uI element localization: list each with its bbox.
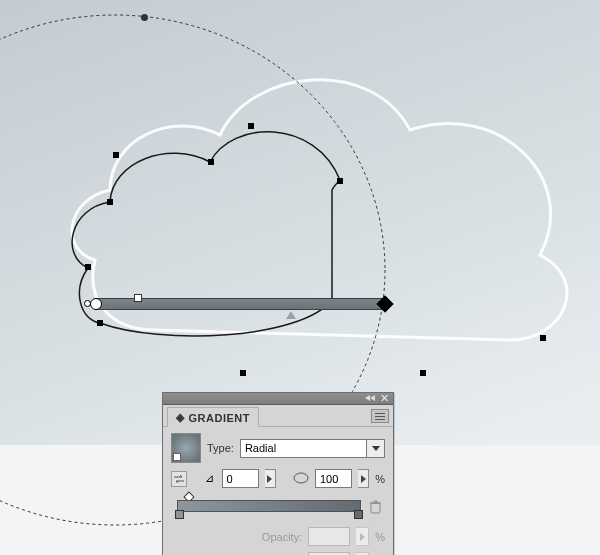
- angle-value: 0: [227, 473, 233, 485]
- gradient-panel: ✕ ◈ GRADIENT Type: Radial ⊿: [162, 392, 394, 555]
- gradient-fill-swatch[interactable]: [171, 433, 201, 463]
- angle-input[interactable]: 0: [222, 469, 259, 488]
- aspect-ratio-input[interactable]: 100: [315, 469, 352, 488]
- tab-gradient[interactable]: ◈ GRADIENT: [167, 407, 259, 427]
- opacity-stepper: [356, 527, 369, 546]
- anchor-point[interactable]: [208, 159, 214, 165]
- gradient-ramp[interactable]: [171, 494, 385, 512]
- gradient-tab-icon: ◈: [176, 411, 185, 424]
- anchor-point[interactable]: [84, 300, 91, 307]
- panel-menu-button[interactable]: [371, 409, 389, 423]
- anchor-point[interactable]: [107, 199, 113, 205]
- anchor-point[interactable]: [113, 152, 119, 158]
- anchor-point[interactable]: [337, 178, 343, 184]
- anchor-point[interactable]: [540, 335, 546, 341]
- panel-tab-strip: ◈ GRADIENT: [163, 405, 393, 427]
- opacity-label: Opacity:: [262, 531, 302, 543]
- gradient-type-value: Radial: [245, 442, 276, 454]
- close-icon[interactable]: ✕: [379, 393, 390, 404]
- angle-stepper[interactable]: [265, 469, 276, 488]
- panel-titlebar[interactable]: ✕: [163, 393, 393, 405]
- swatch-expand-icon[interactable]: [173, 453, 181, 461]
- tab-label: GRADIENT: [189, 412, 250, 424]
- type-label: Type:: [207, 442, 234, 454]
- chevron-down-icon[interactable]: [366, 440, 384, 457]
- svg-point-1: [294, 473, 308, 483]
- opacity-input: [308, 527, 350, 546]
- anchor-point[interactable]: [240, 370, 246, 376]
- gradient-type-select[interactable]: Radial: [240, 439, 385, 458]
- angle-icon: ⊿: [204, 472, 216, 485]
- aspect-ratio-value: 100: [320, 473, 338, 485]
- percent-label: %: [375, 473, 385, 485]
- anchor-point[interactable]: [85, 264, 91, 270]
- anchor-point[interactable]: [97, 320, 103, 326]
- aspect-ratio-icon: [293, 472, 309, 486]
- anchor-point[interactable]: [141, 14, 148, 21]
- trash-icon[interactable]: [369, 500, 383, 514]
- anchor-point[interactable]: [420, 370, 426, 376]
- percent-label: %: [375, 531, 385, 543]
- anchor-point[interactable]: [248, 123, 254, 129]
- gradient-ramp-track[interactable]: [177, 500, 361, 512]
- collapse-icon[interactable]: [365, 394, 375, 402]
- gradient-stop-left[interactable]: [175, 510, 184, 519]
- reverse-gradient-button[interactable]: [171, 471, 187, 487]
- aspect-ratio-stepper[interactable]: [358, 469, 369, 488]
- gradient-stop-right[interactable]: [354, 510, 363, 519]
